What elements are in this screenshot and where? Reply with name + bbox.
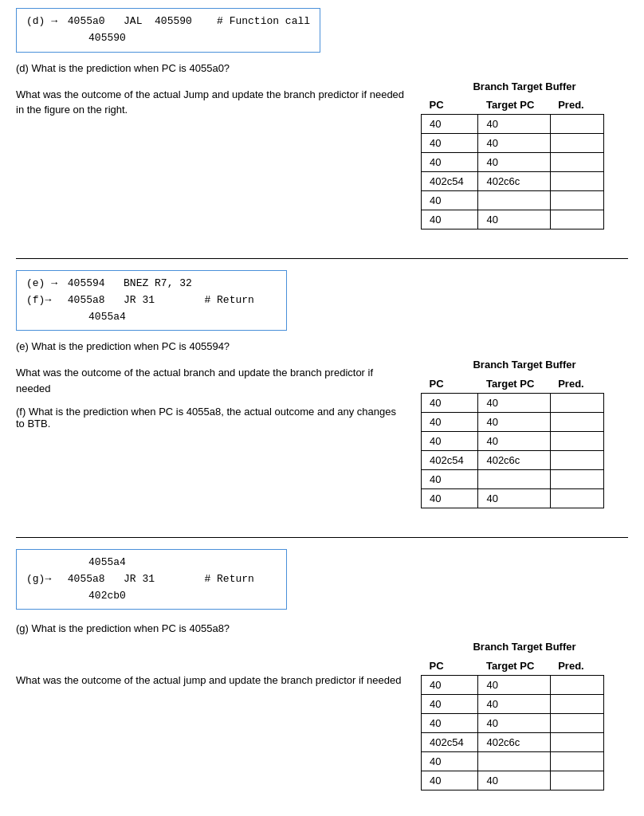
cell-pred (550, 713, 603, 732)
cell-pc: 40 (422, 488, 478, 508)
table-row: 4040 (422, 412, 604, 431)
table-row: 402c54402c6c (422, 450, 604, 469)
btb-title-ef: Branch Target Buffer (421, 359, 628, 371)
table-row: 40 (422, 191, 604, 210)
table-row: 4040 (422, 153, 604, 172)
right-col-ef: Branch Target Buffer PC Target PC Pred. … (421, 359, 628, 508)
cell-pc: 40 (422, 713, 478, 732)
cell-pred (550, 450, 603, 469)
divider-1 (16, 258, 628, 259)
code-g2: 402cb0 (88, 590, 126, 602)
right-col-d: Branch Target Buffer PC Target PC Pred. … (421, 80, 628, 230)
question-f: (f) What is the prediction when PC is 40… (16, 406, 405, 430)
cell-target: 402c6c (478, 732, 550, 751)
cell-pc: 40 (422, 694, 478, 713)
cell-pc: 40 (422, 191, 478, 210)
cell-target: 40 (478, 393, 550, 412)
cell-target: 40 (478, 412, 550, 431)
cell-pred (550, 675, 603, 694)
btb-header-pred-g: Pred. (550, 656, 603, 675)
cell-pred (550, 771, 603, 790)
cell-pc: 40 (422, 469, 478, 488)
cell-pred (550, 191, 603, 210)
comment-d1: # Function call (217, 15, 310, 27)
table-row: 4040 (422, 694, 604, 713)
cell-pred (550, 469, 603, 488)
code-line-e1: (e) → 405594 BNEZ R7, 32 (26, 277, 192, 289)
question-g: (g) What is the prediction when PC is 40… (16, 622, 628, 634)
label-f: (f)→ (26, 292, 61, 309)
cell-pred (550, 431, 603, 450)
question-d: (d) What is the prediction when PC is 40… (16, 62, 628, 74)
code-box-d: (d) → 4055a0 JAL 405590 # Function call … (16, 8, 320, 53)
code-d1: 4055a0 JAL 405590 # Function call (68, 15, 310, 27)
cell-pred (550, 115, 603, 134)
desc-d: What was the outcome of the actual Jump … (16, 87, 405, 118)
table-row: 4040 (422, 713, 604, 732)
code-line-g0: 4055a4 (26, 556, 126, 568)
cell-pc: 40 (422, 393, 478, 412)
btb-table-d: PC Target PC Pred. 4040 4040 4040 402c54… (421, 96, 604, 230)
label-e: (e) → (26, 276, 61, 292)
table-row: 4040 (422, 393, 604, 412)
right-col-g: Branch Target Buffer PC Target PC Pred. … (421, 641, 628, 790)
code-e1: 405594 BNEZ R7, 32 (68, 277, 192, 289)
section-g: 4055a4 (g)→ 4055a8 JR 31 # Return 402cb0… (16, 549, 628, 805)
cell-pred (550, 134, 603, 153)
btb-title-d: Branch Target Buffer (421, 80, 628, 92)
btb-header-target-g: Target PC (478, 656, 550, 675)
divider-2 (16, 537, 628, 538)
code-line-f1: (f)→ 4055a8 JR 31 # Return (26, 294, 254, 306)
table-row: 402c54402c6c (422, 732, 604, 751)
label-g2 (26, 588, 82, 605)
cell-pred (550, 210, 603, 230)
code-f2: 4055a4 (88, 311, 126, 323)
cell-target: 40 (478, 675, 550, 694)
cell-pred (550, 694, 603, 713)
section-body-d: What was the outcome of the actual Jump … (16, 80, 628, 230)
cell-pc: 402c54 (422, 172, 478, 191)
table-row: 4040 (422, 488, 604, 508)
cell-target (478, 469, 550, 488)
code-f1: 4055a8 JR 31 # Return (68, 294, 254, 306)
cell-target: 40 (478, 771, 550, 790)
cell-pc: 40 (422, 115, 478, 134)
btb-header-pc-d: PC (422, 96, 478, 115)
label-g: (g)→ (26, 571, 61, 588)
btb-title-g: Branch Target Buffer (421, 641, 628, 653)
label-g0 (26, 555, 82, 571)
code-line-g1: (g)→ 4055a8 JR 31 # Return (26, 573, 254, 585)
cell-pc: 40 (422, 134, 478, 153)
cell-pred (550, 751, 603, 771)
code-box-g: 4055a4 (g)→ 4055a8 JR 31 # Return 402cb0 (16, 549, 287, 610)
cell-target: 402c6c (478, 172, 550, 191)
btb-header-pc-ef: PC (422, 374, 478, 393)
btb-header-target-d: Target PC (478, 96, 550, 115)
cell-pred (550, 153, 603, 172)
btb-header-target-ef: Target PC (478, 374, 550, 393)
code-line-d2: 405590 (26, 32, 126, 44)
section-body-g: What was the outcome of the actual jump … (16, 641, 628, 790)
comment-f1: # Return (204, 294, 253, 306)
cell-pc: 40 (422, 751, 478, 771)
table-row: 4040 (422, 210, 604, 230)
cell-pc: 402c54 (422, 450, 478, 469)
left-col-ef: What was the outcome of the actual branc… (16, 359, 405, 433)
cell-pc: 40 (422, 210, 478, 230)
cell-target: 40 (478, 115, 550, 134)
cell-pc: 40 (422, 153, 478, 172)
cell-target: 40 (478, 488, 550, 508)
code-line-f2: 4055a4 (26, 311, 126, 323)
section-body-ef: What was the outcome of the actual branc… (16, 359, 628, 508)
cell-target (478, 191, 550, 210)
cell-target: 40 (478, 134, 550, 153)
cell-pred (550, 412, 603, 431)
code-line-g2: 402cb0 (26, 590, 126, 602)
cell-target: 40 (478, 210, 550, 230)
code-box-ef: (e) → 405594 BNEZ R7, 32 (f)→ 4055a8 JR … (16, 270, 287, 331)
table-row: 40 (422, 751, 604, 771)
cell-pred (550, 732, 603, 751)
cell-target: 40 (478, 713, 550, 732)
code-g0: 4055a4 (88, 556, 126, 568)
cell-pc: 40 (422, 771, 478, 790)
